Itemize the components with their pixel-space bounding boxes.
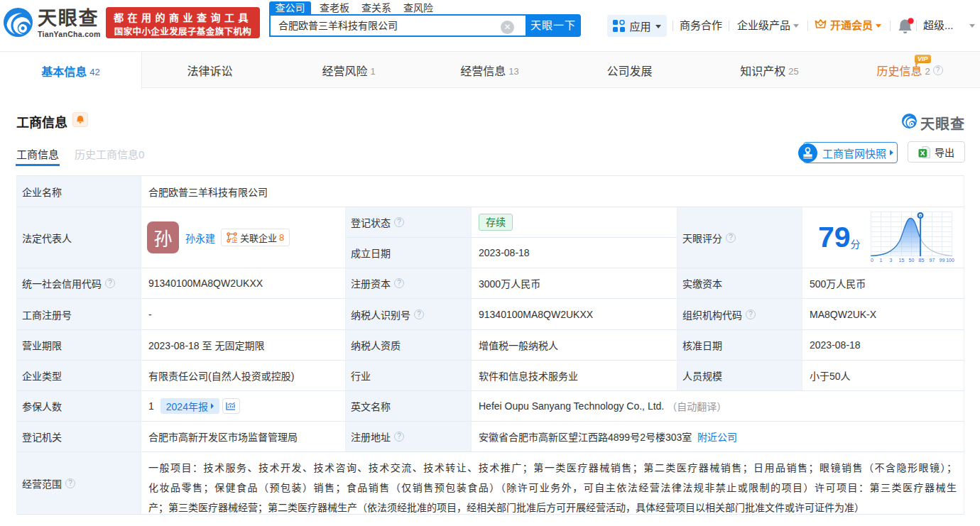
svg-text:1: 1 [879, 258, 882, 263]
svg-text:97: 97 [929, 258, 935, 263]
svg-text:99: 99 [939, 258, 944, 263]
svg-text:85: 85 [918, 258, 924, 263]
svg-text:15: 15 [898, 258, 904, 263]
svg-text:100: 100 [946, 258, 954, 263]
svg-text:50: 50 [908, 258, 914, 263]
svg-text:3: 3 [889, 258, 892, 263]
svg-text:企: 企 [232, 236, 237, 243]
svg-text:0: 0 [871, 258, 873, 263]
